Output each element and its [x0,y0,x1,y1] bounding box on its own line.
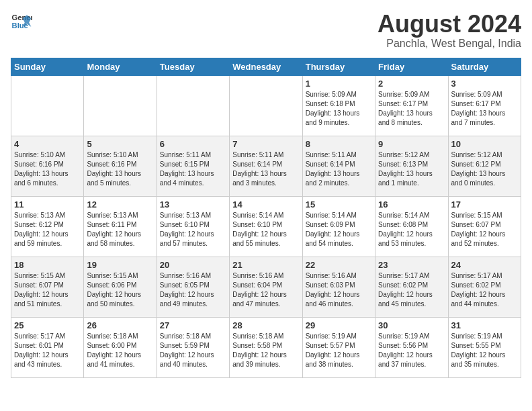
subtitle: Panchla, West Bengal, India [378,38,521,50]
calendar-cell: 1Sunrise: 5:09 AMSunset: 6:18 PMDaylight… [302,75,375,136]
calendar-table: SundayMondayTuesdayWednesdayThursdayFrid… [11,58,521,378]
cell-content: Sunrise: 5:11 AMSunset: 6:14 PMDaylight:… [306,150,372,188]
day-number: 21 [232,260,299,270]
calendar-cell: 7Sunrise: 5:11 AMSunset: 6:14 PMDaylight… [230,136,302,196]
day-number: 2 [378,79,445,89]
header: General Blue August 2024 Panchla, West B… [11,11,521,50]
title-area: August 2024 Panchla, West Bengal, India [378,11,521,50]
calendar-cell: 2Sunrise: 5:09 AMSunset: 6:17 PMDaylight… [375,75,448,136]
cell-content: Sunrise: 5:16 AMSunset: 6:04 PMDaylight:… [232,271,299,309]
day-number: 27 [160,320,226,330]
day-number: 8 [306,139,372,149]
calendar-cell [11,75,84,136]
day-number: 13 [160,199,226,210]
calendar-cell: 6Sunrise: 5:11 AMSunset: 6:15 PMDaylight… [157,136,229,196]
header-tuesday: Tuesday [157,58,229,75]
day-number: 10 [451,139,518,149]
calendar-cell: 20Sunrise: 5:16 AMSunset: 6:05 PMDayligh… [157,257,229,317]
calendar-cell: 14Sunrise: 5:14 AMSunset: 6:10 PMDayligh… [230,196,302,257]
cell-content: Sunrise: 5:19 AMSunset: 5:55 PMDaylight:… [451,332,518,369]
calendar-cell [230,75,302,136]
calendar-cell: 3Sunrise: 5:09 AMSunset: 6:17 PMDaylight… [448,75,521,136]
cell-content: Sunrise: 5:13 AMSunset: 6:12 PMDaylight:… [14,211,81,248]
logo-icon: General Blue [11,11,32,32]
day-number: 3 [451,79,518,89]
day-number: 22 [306,260,372,270]
cell-content: Sunrise: 5:10 AMSunset: 6:16 PMDaylight:… [87,150,153,188]
calendar-cell: 17Sunrise: 5:15 AMSunset: 6:07 PMDayligh… [448,196,521,257]
cell-content: Sunrise: 5:16 AMSunset: 6:03 PMDaylight:… [306,271,372,309]
day-number: 4 [14,139,81,149]
calendar-cell: 19Sunrise: 5:15 AMSunset: 6:06 PMDayligh… [84,257,157,317]
week-row-5: 25Sunrise: 5:17 AMSunset: 6:01 PMDayligh… [11,317,521,377]
day-number: 12 [87,199,153,210]
calendar-cell: 31Sunrise: 5:19 AMSunset: 5:55 PMDayligh… [448,317,521,377]
calendar-cell: 10Sunrise: 5:12 AMSunset: 6:12 PMDayligh… [448,136,521,196]
calendar-cell: 28Sunrise: 5:18 AMSunset: 5:58 PMDayligh… [230,317,302,377]
day-number: 29 [306,320,372,330]
cell-content: Sunrise: 5:17 AMSunset: 6:01 PMDaylight:… [14,332,81,369]
cell-content: Sunrise: 5:18 AMSunset: 6:00 PMDaylight:… [87,332,153,369]
day-number: 25 [14,320,81,330]
cell-content: Sunrise: 5:15 AMSunset: 6:07 PMDaylight:… [451,211,518,248]
header-monday: Monday [84,58,157,75]
cell-content: Sunrise: 5:16 AMSunset: 6:05 PMDaylight:… [160,271,226,309]
day-number: 5 [87,139,153,149]
day-number: 19 [87,260,153,270]
cell-content: Sunrise: 5:19 AMSunset: 5:56 PMDaylight:… [378,332,445,369]
day-number: 24 [451,260,518,270]
day-number: 28 [232,320,299,330]
cell-content: Sunrise: 5:15 AMSunset: 6:06 PMDaylight:… [87,271,153,309]
calendar-cell: 30Sunrise: 5:19 AMSunset: 5:56 PMDayligh… [375,317,448,377]
calendar-cell [157,75,229,136]
cell-content: Sunrise: 5:18 AMSunset: 5:59 PMDaylight:… [160,332,226,369]
cell-content: Sunrise: 5:17 AMSunset: 6:02 PMDaylight:… [451,271,518,309]
calendar-header-row: SundayMondayTuesdayWednesdayThursdayFrid… [11,58,521,75]
calendar-cell: 16Sunrise: 5:14 AMSunset: 6:08 PMDayligh… [375,196,448,257]
cell-content: Sunrise: 5:18 AMSunset: 5:58 PMDaylight:… [232,332,299,369]
cell-content: Sunrise: 5:10 AMSunset: 6:16 PMDaylight:… [14,150,81,188]
calendar-cell: 29Sunrise: 5:19 AMSunset: 5:57 PMDayligh… [302,317,375,377]
cell-content: Sunrise: 5:12 AMSunset: 6:13 PMDaylight:… [378,150,445,188]
calendar-cell: 21Sunrise: 5:16 AMSunset: 6:04 PMDayligh… [230,257,302,317]
calendar-cell: 12Sunrise: 5:13 AMSunset: 6:11 PMDayligh… [84,196,157,257]
calendar-cell: 22Sunrise: 5:16 AMSunset: 6:03 PMDayligh… [302,257,375,317]
day-number: 31 [451,320,518,330]
calendar-cell: 25Sunrise: 5:17 AMSunset: 6:01 PMDayligh… [11,317,84,377]
day-number: 15 [306,199,372,210]
header-friday: Friday [375,58,448,75]
day-number: 9 [378,139,445,149]
cell-content: Sunrise: 5:14 AMSunset: 6:08 PMDaylight:… [378,211,445,248]
cell-content: Sunrise: 5:11 AMSunset: 6:15 PMDaylight:… [160,150,226,188]
day-number: 26 [87,320,153,330]
calendar-cell: 27Sunrise: 5:18 AMSunset: 5:59 PMDayligh… [157,317,229,377]
main-title: August 2024 [378,11,521,38]
calendar-cell: 4Sunrise: 5:10 AMSunset: 6:16 PMDaylight… [11,136,84,196]
calendar-cell: 8Sunrise: 5:11 AMSunset: 6:14 PMDaylight… [302,136,375,196]
cell-content: Sunrise: 5:17 AMSunset: 6:02 PMDaylight:… [378,271,445,309]
cell-content: Sunrise: 5:13 AMSunset: 6:10 PMDaylight:… [160,211,226,248]
day-number: 18 [14,260,81,270]
cell-content: Sunrise: 5:09 AMSunset: 6:17 PMDaylight:… [378,90,445,128]
week-row-4: 18Sunrise: 5:15 AMSunset: 6:07 PMDayligh… [11,257,521,317]
day-number: 20 [160,260,226,270]
header-sunday: Sunday [11,58,84,75]
header-wednesday: Wednesday [230,58,302,75]
calendar-cell [84,75,157,136]
cell-content: Sunrise: 5:19 AMSunset: 5:57 PMDaylight:… [306,332,372,369]
cell-content: Sunrise: 5:15 AMSunset: 6:07 PMDaylight:… [14,271,81,309]
calendar-cell: 5Sunrise: 5:10 AMSunset: 6:16 PMDaylight… [84,136,157,196]
logo: General Blue [11,11,32,32]
cell-content: Sunrise: 5:14 AMSunset: 6:09 PMDaylight:… [306,211,372,248]
day-number: 6 [160,139,226,149]
day-number: 1 [306,79,372,89]
cell-content: Sunrise: 5:14 AMSunset: 6:10 PMDaylight:… [232,211,299,248]
calendar-cell: 18Sunrise: 5:15 AMSunset: 6:07 PMDayligh… [11,257,84,317]
calendar-cell: 24Sunrise: 5:17 AMSunset: 6:02 PMDayligh… [448,257,521,317]
day-number: 7 [232,139,299,149]
cell-content: Sunrise: 5:09 AMSunset: 6:17 PMDaylight:… [451,90,518,128]
header-saturday: Saturday [448,58,521,75]
day-number: 30 [378,320,445,330]
day-number: 16 [378,199,445,210]
week-row-3: 11Sunrise: 5:13 AMSunset: 6:12 PMDayligh… [11,196,521,257]
